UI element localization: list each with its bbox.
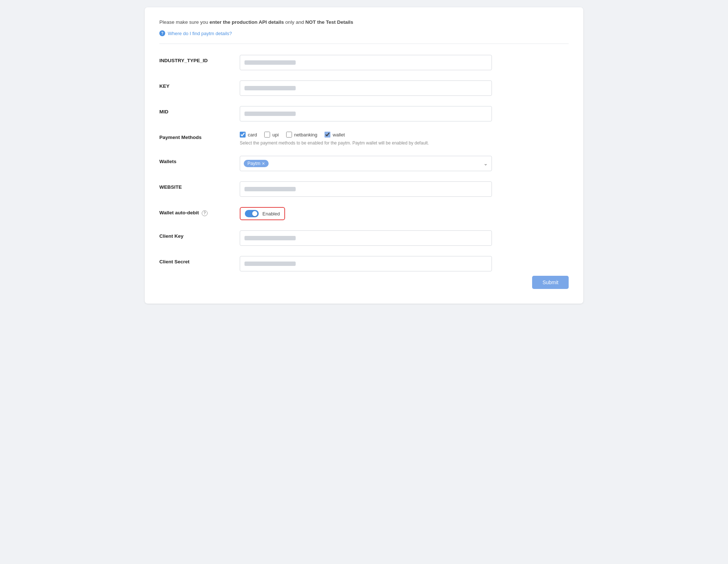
wallet-auto-debit-row: Wallet auto-debit ? Enabled <box>159 207 569 220</box>
wallet-tag-close[interactable]: ✕ <box>262 161 265 166</box>
industry-type-placeholder-bar <box>244 60 296 65</box>
mid-row: MID <box>159 106 569 121</box>
payment-methods-options: card upi netbanking wallet <box>240 132 503 138</box>
submit-button[interactable]: Submit <box>532 276 569 289</box>
payment-methods-control: card upi netbanking wallet Select the pa… <box>240 132 503 146</box>
website-label: WEBSITE <box>159 181 240 190</box>
checkbox-upi[interactable]: upi <box>264 132 278 138</box>
help-link[interactable]: ? Where do I find paytm details? <box>159 30 232 36</box>
wallet-tag-text: Paytm <box>247 161 260 166</box>
checkbox-upi-label: upi <box>272 132 278 138</box>
toggle-wrapper: Enabled <box>240 207 285 220</box>
checkbox-netbanking-label: netbanking <box>294 132 318 138</box>
industry-type-label: INDUSTRY_TYPE_ID <box>159 55 240 63</box>
wallets-control: Paytm ✕ ⌄ <box>240 156 503 171</box>
key-placeholder-bar <box>244 86 296 90</box>
checkbox-netbanking-input[interactable] <box>286 132 292 138</box>
toggle-slider <box>245 210 259 217</box>
website-placeholder-bar <box>244 187 296 191</box>
checkbox-card-label: card <box>248 132 257 138</box>
client-key-input[interactable] <box>240 230 492 246</box>
checkbox-wallet-input[interactable] <box>325 132 330 138</box>
checkbox-card[interactable]: card <box>240 132 257 138</box>
key-control <box>240 80 503 96</box>
client-key-row: Client Key <box>159 230 569 246</box>
wallets-label: Wallets <box>159 156 240 164</box>
client-key-control <box>240 230 503 246</box>
client-secret-row: Client Secret <box>159 256 569 271</box>
checkbox-wallet[interactable]: wallet <box>325 132 345 138</box>
payment-methods-label: Payment Methods <box>159 132 240 140</box>
mid-input[interactable] <box>240 106 492 121</box>
client-key-placeholder-bar <box>244 236 296 240</box>
client-secret-control <box>240 256 503 271</box>
question-icon: ? <box>159 30 165 36</box>
divider <box>159 44 569 44</box>
wallet-tag-paytm: Paytm ✕ <box>244 160 269 167</box>
industry-type-input[interactable] <box>240 55 492 70</box>
key-row: KEY <box>159 80 569 96</box>
wallets-select[interactable]: Paytm ✕ ⌄ <box>240 156 492 171</box>
key-input[interactable] <box>240 80 492 96</box>
client-secret-input[interactable] <box>240 256 492 271</box>
info-icon: ? <box>202 210 208 216</box>
checkbox-netbanking[interactable]: netbanking <box>286 132 318 138</box>
mid-control <box>240 106 503 121</box>
wallet-auto-debit-control: Enabled <box>240 207 503 220</box>
wallet-auto-debit-label-text: Wallet auto-debit <box>159 210 199 215</box>
checkbox-card-input[interactable] <box>240 132 246 138</box>
checkbox-wallet-label: wallet <box>333 132 345 138</box>
payment-help-text: Select the payment methods to be enabled… <box>240 140 503 146</box>
industry-type-control <box>240 55 503 70</box>
website-row: WEBSITE <box>159 181 569 197</box>
client-secret-placeholder-bar <box>244 262 296 266</box>
notice-text: Please make sure you enter the productio… <box>159 18 569 26</box>
payment-methods-row: Payment Methods card upi netbanking wall… <box>159 132 569 146</box>
help-link-text: Where do I find paytm details? <box>168 31 232 36</box>
wallets-chevron-icon[interactable]: ⌄ <box>484 161 488 166</box>
client-key-label: Client Key <box>159 230 240 239</box>
website-control <box>240 181 503 197</box>
wallets-row: Wallets Paytm ✕ ⌄ <box>159 156 569 171</box>
mid-placeholder-bar <box>244 112 296 116</box>
toggle-switch[interactable] <box>245 210 259 217</box>
page-container: Please make sure you enter the productio… <box>145 7 583 304</box>
client-secret-label: Client Secret <box>159 256 240 264</box>
mid-label: MID <box>159 106 240 114</box>
checkbox-upi-input[interactable] <box>264 132 270 138</box>
industry-type-row: INDUSTRY_TYPE_ID <box>159 55 569 70</box>
wallet-auto-debit-label: Wallet auto-debit ? <box>159 207 240 216</box>
website-input[interactable] <box>240 181 492 197</box>
toggle-text: Enabled <box>262 211 280 217</box>
key-label: KEY <box>159 80 240 89</box>
